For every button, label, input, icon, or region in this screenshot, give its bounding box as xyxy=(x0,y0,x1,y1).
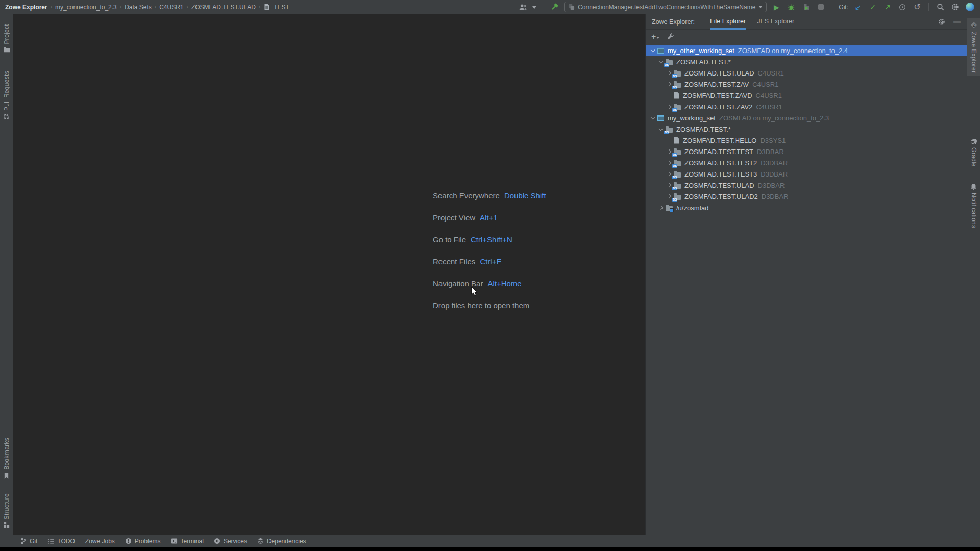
stop-icon[interactable] xyxy=(816,2,826,12)
chevron-down-icon[interactable] xyxy=(657,61,665,63)
statusbar-item-todo[interactable]: TODO xyxy=(42,535,80,547)
stripe-button-project[interactable]: Project xyxy=(0,21,13,55)
shortcut-hint-row: Project ViewAlt+1 xyxy=(433,207,546,229)
status-bar: GitTODOZowe JobsProblemsTerminalServices… xyxy=(0,535,980,547)
stripe-button-pull-requests[interactable]: Pull Requests xyxy=(0,68,13,122)
statusbar-item-label: Problems xyxy=(135,538,161,545)
tab-file-explorer[interactable]: File Explorer xyxy=(710,14,746,30)
editor-shortcut-hints: Search EverywhereDouble ShiftProject Vie… xyxy=(433,185,546,316)
ds-folder-icon xyxy=(674,105,681,110)
terminal-icon xyxy=(171,538,178,544)
chevron-right-icon[interactable] xyxy=(665,105,673,108)
chevron-right-icon[interactable] xyxy=(657,206,665,209)
statusbar-item-problems[interactable]: Problems xyxy=(120,535,166,547)
wrench-icon[interactable] xyxy=(667,33,674,40)
ide-globe-icon[interactable] xyxy=(965,2,975,12)
shortcut-keys: Alt+1 xyxy=(480,213,498,222)
toolbar-divider xyxy=(543,3,543,11)
tree-row[interactable]: ZOSMFAD.TEST.HELLOD3SYS1 xyxy=(646,135,967,146)
mouse-cursor xyxy=(471,287,478,297)
chevron-right-icon[interactable] xyxy=(665,161,673,164)
stripe-button-zowe-explorer[interactable]: ZZowe Explorer xyxy=(967,18,980,76)
chevron-down-icon[interactable] xyxy=(657,128,665,130)
bottom-black-strip xyxy=(0,547,980,551)
file-explorer-tree: my_other_working_setZOSMFAD on my_connec… xyxy=(646,43,967,535)
tree-row[interactable]: ZOSMFAD.TEST.ULAD2D3DBAR xyxy=(646,191,967,202)
git-commit-icon[interactable]: ✓ xyxy=(868,2,878,12)
ds-folder-icon xyxy=(674,184,681,189)
volume-label: D3DBAR xyxy=(761,159,788,167)
statusbar-item-zowe-jobs[interactable]: Zowe Jobs xyxy=(80,535,120,547)
volume-label: ZOSMFAD on my_connection_to_2.4 xyxy=(738,47,848,55)
git-update-icon[interactable]: ↙ xyxy=(853,2,863,12)
breadcrumb-item[interactable]: Data Sets xyxy=(125,4,152,11)
debug-bug-icon[interactable] xyxy=(786,2,796,12)
breadcrumb-item[interactable]: ZOSMFAD.TEST.ULAD xyxy=(191,4,256,11)
statusbar-item-label: Services xyxy=(224,538,247,545)
tool-window-gear-icon[interactable] xyxy=(938,18,945,26)
settings-gear-icon[interactable] xyxy=(950,2,960,12)
tree-row[interactable]: ZOSMFAD.TEST.ZAV2C4USR1 xyxy=(646,101,967,112)
breadcrumb-item[interactable]: Zowe Explorer xyxy=(5,4,47,11)
tree-row[interactable]: my_other_working_setZOSMFAD on my_connec… xyxy=(646,45,967,56)
chevron-right-icon[interactable] xyxy=(665,195,673,198)
coverage-icon[interactable] xyxy=(801,2,811,12)
stripe-button-notifications[interactable]: Notifications xyxy=(967,181,980,231)
tree-row[interactable]: ZOSMFAD.TEST.ULADC4USR1 xyxy=(646,67,967,79)
statusbar-item-label: Dependencies xyxy=(267,538,306,545)
run-icon[interactable]: ▶ xyxy=(771,2,781,12)
statusbar-item-label: Zowe Jobs xyxy=(85,538,115,545)
ds-folder-icon xyxy=(666,128,673,133)
chevron-right-icon[interactable] xyxy=(665,172,673,176)
shortcut-keys: Alt+Home xyxy=(487,279,521,288)
tree-row[interactable]: ZOSMFAD.TEST.TESTD3DBAR xyxy=(646,146,967,157)
run-config-icon xyxy=(568,4,575,10)
chevron-right-icon[interactable] xyxy=(665,184,673,187)
breadcrumb-item[interactable]: my_connection_to_2.3 xyxy=(55,4,117,11)
rollback-icon[interactable]: ↺ xyxy=(912,2,922,12)
chevron-down-icon[interactable] xyxy=(649,49,656,52)
stripe-button-gradle[interactable]: Gradle xyxy=(967,136,980,169)
statusbar-item-terminal[interactable]: Terminal xyxy=(166,535,209,547)
editor-empty-area[interactable]: Search EverywhereDouble ShiftProject Vie… xyxy=(13,14,645,535)
chevron-right-icon[interactable] xyxy=(665,150,673,153)
run-config-name: ConnectionManager.testAddTwoConnectionsW… xyxy=(578,4,755,11)
breadcrumb-separator-icon: › xyxy=(154,4,157,10)
user-avatar-icon[interactable] xyxy=(518,2,528,12)
search-icon[interactable] xyxy=(935,2,945,12)
tree-row[interactable]: ZOSMFAD.TEST.* xyxy=(646,123,967,135)
build-hammer-icon[interactable] xyxy=(549,2,559,12)
tool-window-minimize-icon[interactable]: — xyxy=(953,18,961,26)
git-push-icon[interactable]: ↗ xyxy=(883,2,893,12)
chevron-right-icon[interactable] xyxy=(665,71,673,74)
tree-row[interactable]: ZOSMFAD.TEST.TEST2D3DBAR xyxy=(646,157,967,168)
stripe-button-label: Structure xyxy=(3,493,10,519)
zowe-explorer-tool-window: Zowe Explorer: File ExplorerJES Explorer… xyxy=(645,14,967,535)
history-clock-icon[interactable] xyxy=(897,2,908,12)
statusbar-item-git[interactable]: Git xyxy=(15,535,42,547)
tree-row[interactable]: ZOSMFAD.TEST.ZAVC4USR1 xyxy=(646,79,967,90)
tree-row[interactable]: ZOSMFAD.TEST.* xyxy=(646,56,967,67)
statusbar-item-services[interactable]: Services xyxy=(209,535,252,547)
tree-row[interactable]: my_working_setZOSMFAD on my_connection_t… xyxy=(646,112,967,123)
avatar-dropdown-caret-icon[interactable] xyxy=(532,6,536,11)
ds-folder-icon xyxy=(674,71,681,77)
breadcrumb-item[interactable]: TEST xyxy=(274,4,289,11)
run-configuration-select[interactable]: ConnectionManager.testAddTwoConnectionsW… xyxy=(564,2,767,12)
dataset-name: /u/zosmfad xyxy=(676,204,709,212)
add-icon[interactable]: + xyxy=(651,33,659,40)
tree-row[interactable]: ZOSMFAD.TEST.ULADD3DBAR xyxy=(646,180,967,191)
dataset-name: my_working_set xyxy=(668,114,716,122)
stripe-button-structure[interactable]: Structure xyxy=(0,491,13,531)
breadcrumb-item[interactable]: C4USR1 xyxy=(159,4,183,11)
tab-jes-explorer[interactable]: JES Explorer xyxy=(757,14,794,30)
git-label: Git: xyxy=(839,4,848,11)
statusbar-item-dependencies[interactable]: Dependencies xyxy=(252,535,311,547)
tree-row[interactable]: ZOSMFAD.TEST.ZAVDC4USR1 xyxy=(646,90,967,101)
chevron-right-icon[interactable] xyxy=(665,83,673,86)
svg-text:Z: Z xyxy=(972,23,975,28)
chevron-down-icon[interactable] xyxy=(649,117,656,119)
stripe-button-bookmarks[interactable]: Bookmarks xyxy=(0,435,13,482)
tree-row[interactable]: /u/zosmfad xyxy=(646,202,967,213)
tree-row[interactable]: ZOSMFAD.TEST.TEST3D3DBAR xyxy=(646,168,967,180)
